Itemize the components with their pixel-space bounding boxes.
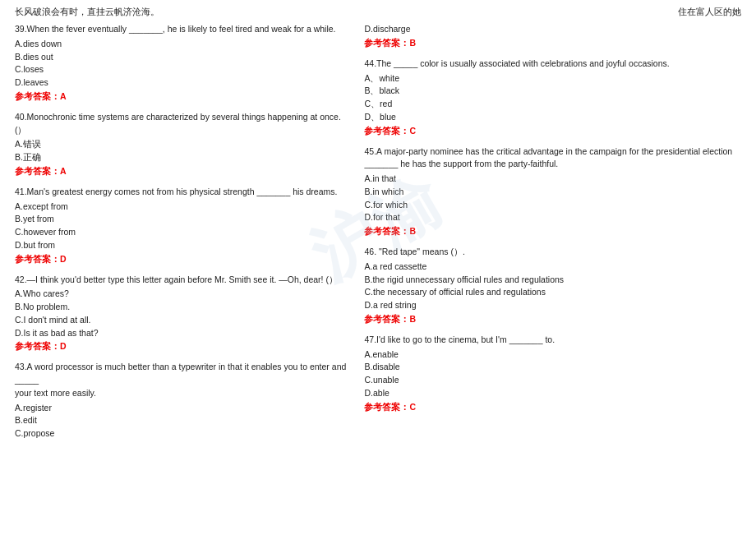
q42-opt-b: B.No problem. [15,301,348,314]
q46-answer: 参考答案：B [364,314,741,325]
q40-text: 40.Monochronic time systems are characte… [15,111,348,137]
q46-opt-d: D.a red string [364,299,741,312]
q45-text: 45.A major-party nominee has the critica… [364,145,741,172]
question-44: 44.The _____ color is usually associated… [364,58,741,137]
q41-opt-c: C.however from [15,226,348,239]
q41-opt-b: B.yet from [15,213,348,226]
q43-opt-c: C.propose [15,427,348,440]
question-40: 40.Monochronic time systems are characte… [15,111,348,178]
q45-opt-d: D.for that [364,211,741,224]
q46-opt-a: A.a red cassette [364,261,741,274]
q40-opt-a: A.错误 [15,138,348,151]
q39-opt-a: A.dies down [15,38,348,51]
column-left: 39.When the fever eventually _______, he… [15,23,356,449]
q47-opt-c: C.unable [364,374,741,387]
q45-opt-c: C.for which [364,199,741,212]
q47-opt-a: A.enable [364,348,741,362]
q43-opt-a: A.register [15,402,348,415]
q39-opt-b: B.dies out [15,51,348,64]
q45-answer: 参考答案：B [364,226,741,238]
header-right: 住在富人区的她 [678,7,741,18]
q39-text: 39.When the fever eventually _______, he… [15,23,348,36]
q42-text: 42.—I think you'd better type this lette… [15,274,348,287]
q40-answer: 参考答案：A [15,166,348,178]
q42-opt-c: C.I don't mind at all. [15,314,348,327]
question-45: 45.A major-party nominee has the critica… [364,145,741,238]
q39-opt-d: D.leaves [15,76,348,90]
question-43-right: D.discharge 参考答案：B [364,23,741,49]
q39-answer: 参考答案：A [15,91,348,103]
q43-text: 43.A word processor is much better than … [15,361,348,399]
q43-opt-d: D.discharge [364,23,741,36]
q44-opt-a: A、white [364,72,741,85]
question-47: 47.I'd like to go to the cinema, but I'm… [364,334,741,413]
q46-opt-b: B.the rigid unnecessary official rules a… [364,274,741,287]
q42-opt-d: D.Is it as bad as that? [15,327,348,340]
header-left: 长风破浪会有时，直挂云帆济沧海。 [15,7,159,18]
page: 沪渝 长风破浪会有时，直挂云帆济沧海。 住在富人区的她 39.When the … [0,0,756,455]
q43-opt-b: B.edit [15,414,348,427]
question-46: 46. "Red tape" means (）. A.a red cassett… [364,246,741,325]
q44-opt-b: B、black [364,85,741,98]
q47-opt-d: D.able [364,387,741,400]
q47-opt-b: B.disable [364,361,741,374]
q46-text: 46. "Red tape" means (）. [364,246,741,259]
q44-opt-c: C、red [364,98,741,111]
content-columns: 39.When the fever eventually _______, he… [15,23,741,449]
q41-answer: 参考答案：D [15,254,348,265]
q42-opt-a: A.Who cares? [15,288,348,301]
q47-answer: 参考答案：C [364,402,741,413]
q42-answer: 参考答案：D [15,341,348,353]
column-right: D.discharge 参考答案：B 44.The _____ color is… [356,23,741,449]
q41-text: 41.Man's greatest energy comes not from … [15,186,348,199]
q43-answer: 参考答案：B [364,38,741,49]
q44-text: 44.The _____ color is usually associated… [364,58,741,71]
question-41: 41.Man's greatest energy comes not from … [15,186,348,265]
question-42: 42.—I think you'd better type this lette… [15,274,348,353]
q47-text: 47.I'd like to go to the cinema, but I'm… [364,334,741,347]
question-39: 39.When the fever eventually _______, he… [15,23,348,103]
header: 长风破浪会有时，直挂云帆济沧海。 住在富人区的她 [15,7,741,18]
q45-opt-a: A.in that [364,173,741,186]
q41-opt-a: A.except from [15,201,348,214]
q45-opt-b: B.in which [364,186,741,199]
q44-opt-d: D、blue [364,111,741,124]
q39-opt-c: C.loses [15,63,348,76]
question-43: 43.A word processor is much better than … [15,361,348,440]
q41-opt-d: D.but from [15,239,348,252]
q44-answer: 参考答案：C [364,126,741,137]
q46-opt-c: C.the necessary of official rules and re… [364,286,741,299]
q40-opt-b: B.正确 [15,151,348,164]
